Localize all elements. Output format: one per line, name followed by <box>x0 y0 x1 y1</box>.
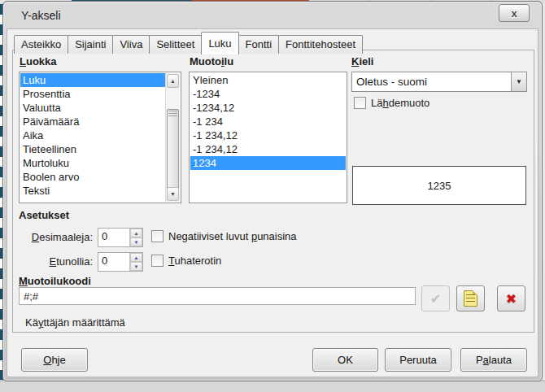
checkmark-icon: ✔ <box>430 291 441 307</box>
category-item[interactable]: Tieteellinen <box>20 142 166 156</box>
chevron-down-icon[interactable]: ▼ <box>511 72 526 91</box>
close-icon: x <box>511 8 517 19</box>
category-item[interactable]: Valuutta <box>20 101 166 115</box>
format-item[interactable]: 1234 <box>190 156 346 170</box>
category-item[interactable]: Luku <box>20 73 166 87</box>
format-item[interactable]: -1 234,12 <box>190 142 346 156</box>
category-item[interactable]: Päivämäärä <box>20 115 166 128</box>
category-item[interactable]: Boolen arvo <box>20 170 166 184</box>
decimals-label: Desimaaleja: <box>18 231 93 243</box>
leading-zeroes-label: Etunollia: <box>18 255 93 268</box>
cancel-button[interactable]: Peruuta <box>385 348 451 372</box>
format-code-label: Muotoilukoodi <box>19 275 91 287</box>
category-item[interactable]: Aika <box>20 128 166 142</box>
scroll-up-icon[interactable]: ▲ <box>167 74 179 88</box>
format-item[interactable]: -1234 <box>190 87 346 101</box>
y-axis-dialog: Y-akseli x AsteikkoSijaintiViivaSelittee… <box>2 1 543 381</box>
tab[interactable]: Fontti <box>238 35 280 54</box>
delete-format-button[interactable]: ✖ <box>497 285 525 311</box>
category-listbox[interactable]: LukuProsenttiaValuuttaPäivämääräAikaTiet… <box>19 72 181 203</box>
scrollbar-grip <box>168 111 177 116</box>
delete-x-icon: ✖ <box>506 291 517 307</box>
format-listbox[interactable]: Yleinen-1234-1234,12-1 234-1 234,12-1 23… <box>189 72 347 203</box>
preview-value: 1235 <box>428 180 451 192</box>
edit-comment-button[interactable] <box>456 285 485 311</box>
category-scrollbar[interactable]: ▲ ▼ <box>165 73 180 202</box>
tab[interactable]: Fonttitehosteet <box>278 35 363 54</box>
spin-up-icon[interactable]: ▲ <box>130 229 142 237</box>
dialog-title: Y-akseli <box>21 9 61 22</box>
format-item[interactable]: Yleinen <box>190 73 346 87</box>
leading-zeroes-stepper[interactable]: 0 ▲ ▼ <box>98 252 143 272</box>
options-label: Asetukset <box>19 209 69 221</box>
backdrop-bottom-strip <box>0 380 545 392</box>
tab[interactable]: Asteikko <box>14 35 68 54</box>
thousands-separator-checkbox[interactable] <box>151 255 164 267</box>
format-label: Muotoilu <box>190 55 233 68</box>
category-item[interactable]: Teksti <box>20 184 166 198</box>
spin-up-icon[interactable]: ▲ <box>130 253 142 262</box>
preview-box: 1235 <box>352 166 526 205</box>
source-format-row: Lähdemuoto <box>354 97 429 109</box>
leading-zeroes-value: 0 <box>98 253 129 271</box>
dialog-content: AsteikkoSijaintiViivaSelitteetLukuFontti… <box>7 28 538 377</box>
language-dropdown[interactable]: Oletus - suomi ▼ <box>351 72 527 92</box>
tab[interactable]: Selitteet <box>149 35 202 54</box>
close-button[interactable]: x <box>499 4 530 22</box>
source-format-checkbox[interactable] <box>354 97 366 109</box>
note-icon <box>464 290 477 307</box>
format-item[interactable]: -1234,12 <box>190 101 346 115</box>
category-label: Luokka <box>20 55 57 68</box>
tab[interactable]: Luku <box>201 32 238 54</box>
thousands-separator-label: Tuhaterotin <box>168 255 221 267</box>
negative-red-label: Negatiiviset luvut punaisina <box>168 230 297 242</box>
decimals-stepper[interactable]: 0 ▲ ▼ <box>98 228 143 247</box>
spin-down-icon[interactable]: ▼ <box>130 237 142 246</box>
source-format-label: Lähdemuoto <box>371 97 429 109</box>
number-tab-panel: Luokka LukuProsenttiaValuuttaPäivämääräA… <box>12 50 534 333</box>
scroll-down-icon[interactable]: ▼ <box>167 187 179 201</box>
ok-button[interactable]: OK <box>312 348 378 372</box>
category-rows: LukuProsenttiaValuuttaPäivämääräAikaTiet… <box>20 73 166 202</box>
category-item[interactable]: Murtoluku <box>20 156 166 170</box>
spin-down-icon[interactable]: ▼ <box>130 262 142 271</box>
language-value: Oletus - suomi <box>352 76 511 88</box>
apply-format-button[interactable]: ✔ <box>421 285 450 311</box>
help-button[interactable]: Ohje <box>21 348 88 372</box>
decimals-value: 0 <box>98 229 129 246</box>
language-label: Kieli <box>351 55 373 68</box>
format-status-text: Käyttäjän määrittämä <box>25 316 125 329</box>
scrollbar-thumb[interactable] <box>167 109 179 192</box>
format-item[interactable]: -1 234,12 <box>190 128 346 142</box>
format-code-input[interactable]: #;# <box>19 287 416 305</box>
format-rows: Yleinen-1234-1234,12-1 234-1 234,12-1 23… <box>190 73 346 202</box>
negative-red-checkbox[interactable] <box>151 230 164 242</box>
category-item[interactable]: Prosenttia <box>20 87 166 101</box>
negative-red-row: Negatiiviset luvut punaisina <box>151 230 297 242</box>
tab-strip: AsteikkoSijaintiViivaSelitteetLukuFontti… <box>14 32 362 54</box>
thousands-separator-row: Tuhaterotin <box>151 255 221 267</box>
format-item[interactable]: -1 234 <box>190 115 346 128</box>
tab[interactable]: Viiva <box>112 35 150 54</box>
tab[interactable]: Sijainti <box>68 35 113 54</box>
reset-button[interactable]: Palauta <box>460 348 527 372</box>
